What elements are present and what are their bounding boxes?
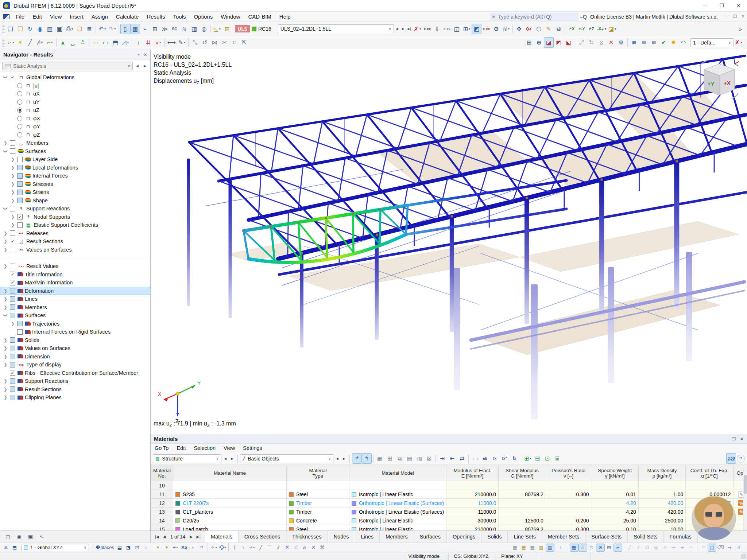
magnet-snap-icon[interactable]: ∩ [578,544,587,552]
plane-rotate-icon[interactable]: ↻ [587,37,596,48]
cell-material-type[interactable]: Timber [287,499,349,508]
line-seg-7-icon[interactable]: ⊗ [309,544,318,552]
visibility-ok-icon[interactable]: ✔ [659,37,669,48]
model-images-icon[interactable]: ▤ [45,24,55,34]
tree-checkbox[interactable]: ✓ [10,370,15,376]
cell-specific-weight[interactable] [591,481,638,490]
diag-1-icon[interactable]: ╱ [626,544,634,552]
tree-item--z[interactable]: ⊓φZ [0,131,150,139]
object-category-select[interactable]: ╱ Basic Objects ∨ [240,454,333,463]
line-seg-4-icon[interactable]: ✕ [283,544,291,552]
snap-xx-icon[interactable]: ✕x [180,544,189,552]
tree-expander-icon[interactable]: ❯ [10,173,16,178]
edit-extrude-icon[interactable]: ⇱ [239,37,249,48]
tree-item-members[interactable]: ❯Members [0,303,150,312]
snap-frame-icon[interactable]: ⌑ [197,544,206,552]
tree-item-support-reactions[interactable]: ❯Support Reactions [0,377,150,385]
tree-expander-icon[interactable]: ❯ [3,346,8,351]
cell-material-model[interactable]: Isotropic | Linear Elastic [349,490,446,499]
tree-expander-icon[interactable]: ❯ [3,288,8,293]
tree-checkbox[interactable] [17,222,23,228]
toolbar-grip[interactable] [3,39,4,47]
cell-mass-density[interactable]: 2500.00 [638,516,686,525]
navigator-float-icon[interactable]: ▫ [138,52,140,57]
tree-item-internal-forces-on-rigid-surfaces[interactable]: Internal Forces on Rigid Surfaces [0,328,150,336]
menu-calculate[interactable]: Calculate [112,12,143,22]
tree-checkbox[interactable] [17,181,23,187]
tree-expander-icon[interactable]: ❯ [10,214,16,219]
formula-fx-icon[interactable]: fx [490,453,500,464]
tree-checkbox[interactable] [17,198,23,203]
mdi-minimize-button[interactable]: ─ [723,13,731,21]
cell-shear-modulus[interactable] [499,499,546,508]
cell-material-no[interactable]: 11 [151,490,173,499]
result-animation-icon[interactable]: ≋▾ [501,24,511,34]
material-row-15[interactable]: 15Load patchSteelIsotropic | Linear Elas… [151,525,747,531]
table-new-icon[interactable]: ⊞ [385,453,395,464]
cell-material-no[interactable]: 15 [151,525,173,531]
table-scope-select[interactable]: ▦ Structure ∨ [153,454,221,463]
materials-menu-edit[interactable]: Edit [173,444,190,452]
diag-7-icon[interactable]: ⇻ [678,544,687,552]
tab-lines[interactable]: Lines [355,531,380,542]
tree-checkbox[interactable] [17,329,23,335]
transfer-table-icon[interactable]: ⇄ [457,453,467,464]
save-model-icon[interactable]: ▣ [55,24,65,34]
tree-expander-icon[interactable]: ❯ [10,182,16,187]
search-input[interactable]: ▶ Type a keyword (Alt+Q) [490,13,578,21]
work-plane-yz-icon[interactable]: ◩ [554,37,564,48]
data-navigator-tab-icon[interactable]: ▢ [3,532,13,542]
pager-next-button[interactable]: ▶ [188,534,194,539]
snap-mid-icon[interactable]: ⌖▾ [171,544,180,552]
new-polyline-icon[interactable]: ⌐▾ [45,37,55,48]
snap-table-icon[interactable]: ▦ [570,544,578,552]
table-view-icon[interactable]: ▦ [375,453,385,464]
tree-item-clipping-planes[interactable]: ❯Clipping Planes [0,393,150,402]
tree-item-elastic-support-coefficients[interactable]: ❯▦Elastic Support Coefficients [0,221,150,229]
tree-radio[interactable] [17,83,22,88]
tree-checkbox[interactable] [10,354,15,359]
cell-poissons-ratio[interactable]: 0.300 [546,525,591,531]
cell-material-type[interactable]: Timber [287,508,349,516]
new-printout-report-icon[interactable]: ❏ [74,24,84,34]
tree-item-type-of-display[interactable]: ❯TypType of display [0,361,150,369]
tree-checkbox[interactable] [17,321,23,326]
tree-item-surfaces[interactable]: ❯Surfaces [0,311,150,320]
frame-view-icon[interactable]: ▭ [470,453,480,464]
material-row-11[interactable]: 11S235SteelIsotropic | Linear Elastic210… [151,490,747,499]
grid-star-icon[interactable]: ▧ [537,544,546,552]
tree-item-title-information[interactable]: ✓Title Information [0,271,150,279]
materials-menu-selection[interactable]: Selection [190,444,220,452]
3d-viewport[interactable]: Visibility mode RC16 - ULS_02=1.2DL+1.5L… [151,49,747,434]
font-style-icon[interactable]: ab [480,453,490,464]
new-solid-icon[interactable]: ⬒ [111,37,120,48]
sync-model-icon[interactable]: ↻ [25,24,35,34]
cell-specific-weight[interactable]: 0.10 [591,525,638,531]
cell-modulus-e[interactable]: 210000.0 [446,525,499,531]
mdi-restore-button[interactable]: ❐ [731,13,739,21]
tree-checkbox[interactable]: ✓ [10,280,15,285]
tab-surfaces[interactable]: Surfaces [414,531,447,542]
category-next-button[interactable]: ▶ [341,455,347,463]
tree-item-releases[interactable]: ❯⊷Releases [0,229,150,238]
osnap-steps-icon[interactable]: ²⤸▾ [218,544,227,552]
search-filter-icon[interactable]: ≡Q [578,13,588,21]
tree-expander-icon[interactable]: ❯ [10,190,16,195]
cell-mass-density[interactable] [638,481,686,490]
line-seg-3-icon[interactable]: ⫽ [274,544,283,552]
views-navigator-tab-icon[interactable]: ◉ [14,532,24,542]
edit-rotate-icon[interactable]: ↺ [200,37,210,48]
maximize-button[interactable]: ❐ [713,0,730,11]
tree-expander-icon[interactable]: ❯ [3,148,8,154]
tree-radio[interactable] [17,91,22,96]
tree-radio[interactable] [17,108,22,113]
tree-item-strains[interactable]: ❯Strains [0,188,150,197]
tree-checkbox[interactable] [10,140,15,146]
cell-material-model[interactable]: Orthotropic | Linear Elastic (Surfaces) [349,508,446,516]
coordinate-delete-icon[interactable]: ✕ [606,37,616,48]
tree-item-ribs-effective-contribution-on-surface-member[interactable]: ✓Ribs - Effective Contribution on Surfac… [0,369,150,377]
tree-checkbox[interactable]: ✓ [17,214,23,219]
table-vertical-scrollbar[interactable] [743,465,747,530]
visibility-filter-select[interactable]: 1 - Defa... ∨ [690,38,734,47]
tree-item-members[interactable]: ❯◡Members [0,139,150,147]
